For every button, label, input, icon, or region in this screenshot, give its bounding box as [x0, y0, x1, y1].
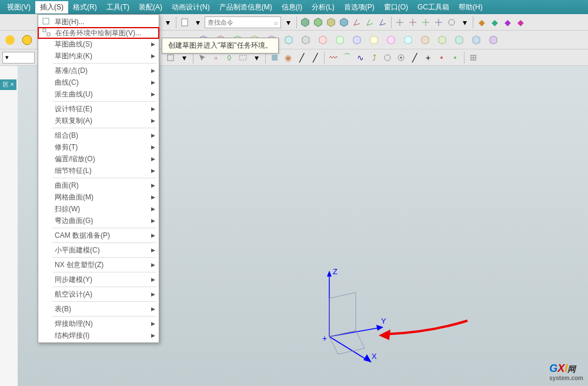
- menu-item-sync-modeling[interactable]: 同步建模(Y)▶: [38, 274, 159, 285]
- menu-item-datum[interactable]: 基准/点(D)▶: [38, 65, 159, 76]
- cube-wire-icon[interactable]: [349, 32, 365, 48]
- svg-rect-22: [43, 18, 49, 24]
- menu-item-structure-weld[interactable]: 结构焊接(I)▶: [38, 330, 159, 341]
- dropdown-icon[interactable]: ▾: [282, 16, 294, 28]
- menu-item-sketch-curve[interactable]: 草图曲线(S)▶: [38, 38, 159, 50]
- svg-text:X: X: [372, 352, 377, 361]
- sphere-icon[interactable]: [2, 32, 18, 48]
- cube-wire-icon[interactable]: [332, 32, 348, 48]
- menu-analysis[interactable]: 分析(L): [307, 1, 339, 14]
- menu-format[interactable]: 格式(R): [68, 1, 102, 14]
- menu-pmi[interactable]: 产品制造信息(M): [215, 1, 277, 14]
- line-icon[interactable]: ╱: [296, 52, 308, 64]
- menu-label: 草图(H)...: [55, 17, 85, 27]
- menu-item-sweep[interactable]: 扫掠(W)▶: [38, 203, 159, 215]
- coord-icon[interactable]: [351, 16, 363, 28]
- cube-wire-icon[interactable]: [486, 32, 501, 48]
- menu-item-derived-curve[interactable]: 派生曲线(U)▶: [38, 88, 159, 100]
- sphere-icon[interactable]: [19, 32, 35, 48]
- menu-item-mesh-surface[interactable]: 网格曲面(M)▶: [38, 191, 159, 203]
- cube-wire-icon[interactable]: [452, 32, 467, 48]
- menu-item-sketch-in-task[interactable]: 在任务环境中绘制草图(V)...: [38, 27, 159, 39]
- menu-animation[interactable]: 动画设计(N): [167, 1, 215, 14]
- menu-item-curve[interactable]: 曲线(C)▶: [38, 76, 159, 88]
- tool-icon[interactable]: ◆: [502, 16, 513, 28]
- line-icon[interactable]: ╱: [409, 52, 420, 64]
- cube-wire-icon[interactable]: [469, 32, 484, 48]
- point-icon[interactable]: •: [449, 52, 461, 64]
- shade-icon[interactable]: ◉: [282, 52, 294, 64]
- menu-item-nx-realize[interactable]: NX 创意塑型(Z)▶: [38, 259, 159, 271]
- menu-insert[interactable]: 插入(S): [35, 1, 68, 14]
- curve-icon[interactable]: ⌒: [341, 52, 353, 64]
- menu-label: 结构焊接(I): [55, 331, 89, 341]
- cube-icon[interactable]: [325, 16, 337, 28]
- menu-item-cam-data[interactable]: CAM 数据准备(P)▶: [38, 229, 159, 241]
- submenu-arrow-icon: ▶: [151, 232, 155, 238]
- cube-wire-icon[interactable]: [383, 32, 399, 48]
- curve-icon[interactable]: 〰: [328, 52, 339, 64]
- cube-wire-icon[interactable]: [315, 32, 330, 48]
- axis-icon[interactable]: [420, 16, 432, 28]
- menu-help[interactable]: 帮助(H): [454, 1, 487, 14]
- menu-info[interactable]: 信息(I): [277, 1, 307, 14]
- cube-wire-icon[interactable]: [400, 32, 416, 48]
- cube-icon[interactable]: [338, 16, 350, 28]
- axis-icon[interactable]: [433, 16, 445, 28]
- menu-item-design-feature[interactable]: 设计特征(E)▶: [38, 103, 159, 115]
- menu-item-facet-modeling[interactable]: 小平面建模(C)▶: [38, 244, 159, 256]
- menu-item-weld-assistant[interactable]: 焊接助理(N)▶: [38, 318, 159, 330]
- selection-filter[interactable]: ▾: [2, 52, 35, 64]
- tool-icon[interactable]: [446, 16, 457, 28]
- menu-tools[interactable]: 工具(T): [102, 1, 134, 14]
- menu-preferences[interactable]: 首选项(P): [339, 1, 379, 14]
- menu-gc-toolbox[interactable]: GC工具箱: [413, 1, 454, 14]
- tooltip: 创建草图并进入"草图"任务环境。: [162, 38, 279, 54]
- menu-assembly[interactable]: 装配(A): [134, 1, 167, 14]
- plus-icon[interactable]: +: [422, 52, 434, 64]
- cube-icon[interactable]: [312, 16, 324, 28]
- menu-item-sketch[interactable]: 草图(H)...: [38, 16, 159, 28]
- target-icon[interactable]: [395, 52, 407, 64]
- sidebar-tab[interactable]: 区 ×: [0, 79, 16, 90]
- grid-icon[interactable]: [467, 52, 479, 64]
- menu-view[interactable]: 视图(V): [2, 1, 35, 14]
- dropdown-icon[interactable]: ▾: [162, 16, 173, 28]
- curve-icon[interactable]: ⤴: [368, 52, 380, 64]
- menu-item-combine[interactable]: 组合(B)▶: [38, 129, 159, 141]
- tool-icon[interactable]: ◆: [489, 16, 500, 28]
- svg-point-8: [385, 55, 390, 61]
- menu-item-table[interactable]: 表(B)▶: [38, 303, 159, 315]
- search-icon[interactable]: ⌕: [274, 19, 278, 26]
- cube-wire-icon[interactable]: [281, 32, 296, 48]
- file-icon[interactable]: [179, 16, 191, 28]
- cube-wire-icon[interactable]: [298, 32, 313, 48]
- cube-wire-icon[interactable]: [366, 32, 382, 48]
- command-search[interactable]: ⌕: [205, 16, 281, 28]
- cube-icon[interactable]: [299, 16, 311, 28]
- menu-window[interactable]: 窗口(O): [379, 1, 413, 14]
- menu-item-assoc-copy[interactable]: 关联复制(A)▶: [38, 115, 159, 127]
- menu-item-sketch-constraint[interactable]: 草图约束(K)▶: [38, 50, 159, 62]
- menu-item-trim[interactable]: 修剪(T)▶: [38, 141, 159, 153]
- cube-wire-icon[interactable]: [435, 32, 450, 48]
- point-icon[interactable]: •: [436, 52, 447, 64]
- dropdown-icon[interactable]: ▾: [459, 16, 470, 28]
- axis-icon[interactable]: [394, 16, 406, 28]
- menu-item-surface[interactable]: 曲面(R)▶: [38, 179, 159, 191]
- dropdown-icon[interactable]: ▾: [192, 16, 203, 28]
- coord-icon[interactable]: [364, 16, 376, 28]
- tool-icon[interactable]: ◆: [476, 16, 487, 28]
- menu-item-detail-feature[interactable]: 细节特征(L)▶: [38, 165, 159, 177]
- coord-icon[interactable]: [377, 16, 389, 28]
- search-input[interactable]: [208, 19, 274, 26]
- line-icon[interactable]: ╱: [309, 52, 321, 64]
- menu-item-flange-surface[interactable]: 弯边曲面(G)▶: [38, 215, 159, 227]
- curve-icon[interactable]: ∿: [355, 52, 366, 64]
- cube-wire-icon[interactable]: [417, 32, 433, 48]
- menu-item-aero-design[interactable]: 航空设计(A)▶: [38, 288, 159, 300]
- menu-item-offset-scale[interactable]: 偏置/缩放(O)▶: [38, 153, 159, 165]
- circle-icon[interactable]: [382, 52, 393, 64]
- axis-icon[interactable]: [407, 16, 419, 28]
- tool-icon[interactable]: ◆: [514, 16, 526, 28]
